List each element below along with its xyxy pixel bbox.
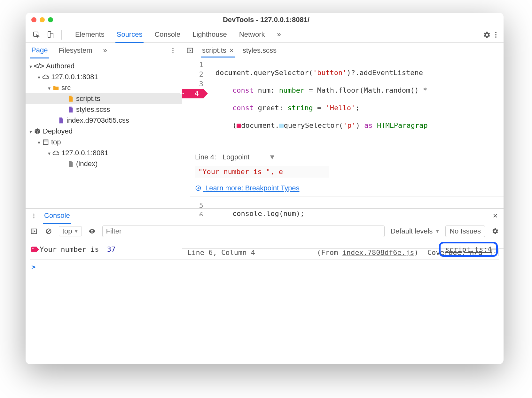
svg-point-8 (172, 52, 173, 53)
editor-tab-styles[interactable]: styles.scss (241, 44, 278, 57)
dropdown-triangle-icon: ▼ (269, 153, 276, 161)
log-message-value: 37 (107, 245, 116, 253)
toggle-sidebar-icon[interactable] (29, 227, 38, 236)
device-toolbar-icon[interactable] (46, 30, 55, 39)
console-prompt[interactable]: > (30, 260, 499, 274)
minimize-window-button[interactable] (40, 17, 45, 22)
cloud-icon (52, 149, 59, 157)
console-settings-gear-icon[interactable] (491, 227, 500, 236)
tab-elements[interactable]: Elements (74, 27, 106, 42)
log-source-link[interactable]: script.ts:4 (445, 245, 492, 253)
tab-network[interactable]: Network (238, 27, 266, 42)
editor-tab-label: script.ts (202, 46, 226, 55)
tab-console[interactable]: Console (153, 27, 182, 42)
file-icon (58, 117, 65, 124)
folder-icon (52, 84, 59, 91)
close-drawer-icon[interactable]: × (491, 211, 500, 220)
svg-point-21 (91, 231, 93, 232)
svg-point-4 (495, 34, 497, 35)
console-log-row: Your number is 37 script.ts:4 (30, 239, 499, 260)
more-options-icon[interactable] (491, 30, 500, 39)
tree-file-styles[interactable]: styles.scss (26, 104, 182, 115)
code-content[interactable]: document.querySelector('button')?.addEve… (208, 58, 504, 146)
svg-line-20 (47, 229, 51, 233)
editor-tab-script[interactable]: script.ts × (201, 44, 235, 57)
breakpoint-editor: Line 4: Logpoint ▼ Learn more: Breakpoin… (190, 149, 504, 196)
dropdown-triangle-icon: ▼ (74, 229, 79, 234)
tree-host[interactable]: 127.0.0.1:8081 (26, 72, 182, 82)
svg-rect-11 (43, 140, 48, 145)
drawer-tab-console[interactable]: Console (43, 208, 71, 224)
annotation-highlight: script.ts:4 (439, 242, 498, 257)
traffic-lights (26, 17, 53, 22)
logpoint-badge-icon (31, 247, 37, 252)
tree-file-indexcss[interactable]: index.d9703d55.css (26, 115, 182, 126)
sources-sub-tabs: Page Filesystem » script.ts × styles.scs… (26, 43, 504, 58)
logpoint-expression-input[interactable] (195, 166, 329, 178)
breakpoint-type-select[interactable]: Logpoint ▼ (223, 153, 276, 161)
console-body: Your number is 37 script.ts:4 > (26, 239, 504, 280)
svg-point-14 (33, 213, 34, 214)
svg-point-6 (172, 48, 173, 49)
breakpoint-line-label: Line 4: (195, 153, 216, 161)
tree-authored-group[interactable]: </> Authored (26, 61, 182, 72)
code-brackets-icon: </> (34, 62, 44, 70)
svg-rect-2 (50, 33, 53, 38)
navigator-tab-filesystem[interactable]: Filesystem (57, 43, 93, 58)
tree-deployed-group[interactable]: Deployed (26, 126, 182, 137)
file-icon (67, 106, 74, 113)
panel-tab-strip: Elements Sources Console Lighthouse Netw… (26, 27, 504, 43)
tree-file-index[interactable]: (index) (26, 158, 182, 169)
live-expression-icon[interactable] (88, 227, 97, 236)
close-window-button[interactable] (31, 17, 36, 22)
navigator-overflow[interactable]: » (102, 43, 108, 58)
log-levels-select[interactable]: Default levels ▼ (390, 227, 440, 235)
svg-point-15 (33, 215, 34, 216)
file-icon (67, 95, 74, 102)
svg-point-16 (33, 217, 34, 218)
svg-point-3 (495, 32, 497, 33)
console-toolbar: top ▼ Default levels ▼ No Issues (26, 223, 504, 239)
editor-gutter[interactable]: 1 2 3 4 (182, 58, 208, 146)
drawer-more-icon[interactable] (29, 211, 38, 220)
file-navigator: </> Authored 127.0.0.1:8081 src script.t… (26, 58, 182, 208)
tree-top-frame[interactable]: top (26, 137, 182, 148)
zoom-window-button[interactable] (48, 17, 53, 22)
console-drawer: Console × top ▼ Default levels ▼ N (26, 208, 504, 280)
tab-sources[interactable]: Sources (115, 27, 144, 43)
sources-main-area: </> Authored 127.0.0.1:8081 src script.t… (26, 58, 504, 208)
issues-button[interactable]: No Issues (445, 226, 485, 237)
navigator-tab-page[interactable]: Page (30, 43, 49, 58)
tree-host-deployed[interactable]: 127.0.0.1:8081 (26, 148, 182, 158)
inspect-element-icon[interactable] (32, 30, 41, 39)
frame-icon (42, 139, 49, 146)
svg-point-5 (495, 36, 497, 38)
cloud-icon (42, 73, 49, 80)
deployed-box-icon (34, 128, 41, 135)
code-editor: 1 2 3 4 document.querySelector('button')… (182, 58, 504, 208)
toggle-navigator-icon[interactable] (185, 46, 194, 55)
editor-tab-label: styles.scss (243, 46, 277, 55)
tab-lighthouse[interactable]: Lighthouse (191, 27, 228, 42)
tree-folder-src[interactable]: src (26, 82, 182, 93)
dropdown-triangle-icon: ▼ (435, 229, 440, 234)
close-tab-icon[interactable]: × (230, 46, 234, 55)
settings-gear-icon[interactable] (482, 30, 491, 39)
learn-more-link[interactable]: Learn more: Breakpoint Types (195, 184, 299, 192)
logpoint-marker-line-4[interactable]: 4 (182, 89, 203, 98)
window-title: DevTools - 127.0.0.1:8081/ (53, 16, 504, 24)
file-icon (67, 160, 74, 167)
tree-file-script[interactable]: script.ts (26, 93, 182, 104)
svg-rect-17 (31, 229, 37, 233)
svg-point-7 (172, 50, 173, 51)
context-selector[interactable]: top ▼ (59, 226, 82, 236)
console-filter-input[interactable] (102, 226, 385, 237)
devtools-window: DevTools - 127.0.0.1:8081/ Elements Sour… (26, 13, 504, 364)
titlebar: DevTools - 127.0.0.1:8081/ (26, 13, 504, 27)
navigator-more-icon[interactable] (168, 46, 177, 55)
prompt-chevron-icon: > (31, 263, 35, 271)
clear-console-icon[interactable] (44, 227, 53, 236)
log-message-text: Your number is (40, 245, 103, 253)
tabs-overflow-button[interactable]: » (276, 27, 282, 42)
